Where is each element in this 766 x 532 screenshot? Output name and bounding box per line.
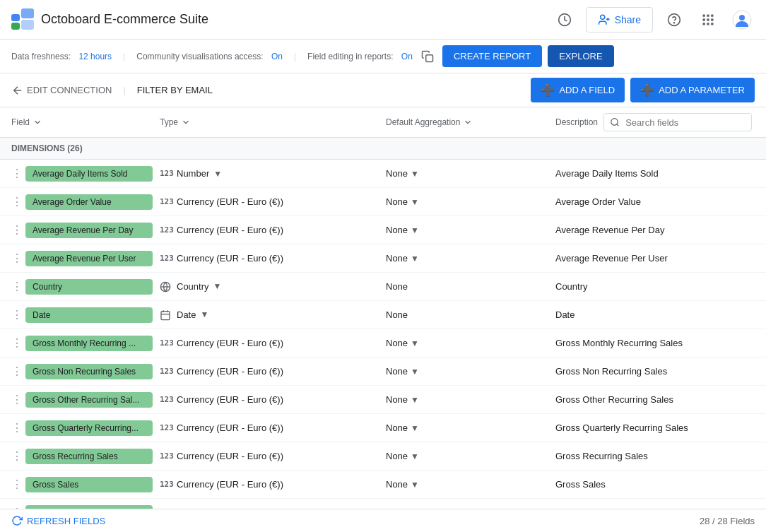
- desc-cell: Average Daily Items Sold: [555, 168, 755, 179]
- plus-icon2: ➕: [640, 83, 654, 97]
- refresh-button[interactable]: REFRESH FIELDS: [11, 515, 105, 526]
- drag-handle[interactable]: ⋮: [11, 393, 23, 406]
- svg-point-20: [739, 15, 745, 20]
- col-field-header[interactable]: Field: [11, 117, 160, 127]
- field-tag[interactable]: Average Order Value: [25, 194, 153, 210]
- number-type-icon: 123: [160, 395, 172, 404]
- svg-rect-15: [711, 18, 713, 20]
- type-label: Currency (EUR - Euro (€)): [177, 338, 283, 348]
- field-tag[interactable]: Gross Recurring Sales: [25, 449, 153, 464]
- table-row: ⋮ Gross Recurring Sales 123 Currency (EU…: [0, 442, 766, 471]
- history-button[interactable]: [552, 7, 577, 32]
- type-label: Currency (EUR - Euro (€)): [177, 366, 283, 377]
- agg-label: None: [386, 394, 408, 405]
- sort-icon3: [463, 117, 473, 127]
- drag-handle[interactable]: ⋮: [11, 365, 23, 378]
- type-label: Number: [177, 168, 209, 179]
- field-editing-value[interactable]: On: [401, 52, 413, 61]
- drag-handle[interactable]: ⋮: [11, 195, 23, 208]
- dimensions-header: DIMENSIONS (26): [0, 138, 766, 160]
- type-cell: 123 Currency (EUR - Euro (€)): [160, 225, 386, 235]
- drag-handle[interactable]: ⋮: [11, 167, 23, 180]
- col-agg-header[interactable]: Default Aggregation: [386, 117, 555, 127]
- apps-button[interactable]: [695, 7, 721, 32]
- search-input[interactable]: [625, 117, 746, 128]
- svg-point-5: [600, 15, 604, 19]
- desc-cell: Average Revenue Per Day: [555, 225, 755, 235]
- data-freshness: Data freshness: 12 hours: [11, 52, 112, 61]
- field-tag[interactable]: Date: [25, 307, 153, 323]
- back-button[interactable]: EDIT CONNECTION: [11, 84, 112, 97]
- explore-button[interactable]: EXPLORE: [548, 45, 613, 67]
- create-report-button[interactable]: CREATE REPORT: [442, 45, 542, 67]
- account-icon: [732, 10, 752, 30]
- field-cell: ⋮ Gross Recurring Sales: [11, 449, 160, 464]
- table-row: ⋮ Gross Sales 123 Currency (EUR - Euro (…: [0, 471, 766, 499]
- drag-handle[interactable]: ⋮: [11, 421, 23, 435]
- type-cell: 123 Currency (EUR - Euro (€)): [160, 366, 386, 377]
- field-tag[interactable]: Gross Sales: [25, 477, 153, 492]
- drag-handle[interactable]: ⋮: [11, 308, 23, 321]
- add-field-label: ADD A FIELD: [559, 85, 615, 95]
- share-button[interactable]: Share: [586, 7, 653, 32]
- agg-dropdown-arrow[interactable]: ▼: [411, 225, 419, 235]
- field-tag[interactable]: Gross Non Recurring Sales: [25, 364, 153, 379]
- add-field-button[interactable]: ➕ ADD A FIELD: [531, 78, 625, 102]
- field-tag[interactable]: Average Revenue Per Day: [25, 223, 153, 238]
- help-icon: [667, 13, 681, 27]
- field-tag[interactable]: Average Revenue Per User: [25, 251, 153, 266]
- drag-handle[interactable]: ⋮: [11, 223, 23, 237]
- field-cell: ⋮ Gross Other Recurring Sal...: [11, 392, 160, 408]
- svg-rect-21: [426, 54, 433, 61]
- table-row: ⋮ Gross Non Recurring Sales 123 Currency…: [0, 357, 766, 386]
- type-dropdown-arrow[interactable]: ▼: [213, 169, 222, 179]
- agg-dropdown-arrow[interactable]: ▼: [411, 451, 419, 461]
- drag-handle[interactable]: ⋮: [11, 280, 23, 293]
- drag-handle[interactable]: ⋮: [11, 252, 23, 265]
- type-cell: 123 Currency (EUR - Euro (€)): [160, 196, 386, 207]
- agg-dropdown-arrow[interactable]: ▼: [411, 423, 419, 433]
- account-button[interactable]: [729, 7, 755, 32]
- agg-label: None: [386, 366, 408, 377]
- field-tag[interactable]: Gross Monthly Recurring ...: [25, 336, 153, 351]
- agg-cell: None ▼: [386, 451, 555, 461]
- agg-cell: None ▼: [386, 253, 555, 264]
- desc-cell: Gross Non Recurring Sales: [555, 366, 755, 377]
- copy-icon[interactable]: [421, 50, 434, 63]
- desc-cell: Date: [555, 309, 755, 320]
- drag-handle[interactable]: ⋮: [11, 336, 23, 350]
- svg-rect-0: [11, 14, 20, 21]
- type-dropdown-arrow[interactable]: ▼: [213, 281, 222, 291]
- agg-dropdown-arrow[interactable]: ▼: [411, 169, 419, 179]
- type-dropdown-arrow[interactable]: ▼: [200, 309, 208, 319]
- agg-dropdown-arrow[interactable]: ▼: [411, 367, 419, 377]
- field-tag[interactable]: Gross Quarterly Recurring...: [25, 420, 153, 436]
- community-value[interactable]: On: [271, 52, 283, 61]
- agg-cell: None ▼: [386, 422, 555, 433]
- type-label: Currency (EUR - Euro (€)): [177, 253, 283, 264]
- field-cell: ⋮ Average Daily Items Sold: [11, 166, 160, 182]
- type-label: Currency (EUR - Euro (€)): [177, 225, 283, 235]
- top-bar: Octoboard E-commerce Suite Share: [0, 0, 766, 40]
- back-arrow-icon: [11, 84, 24, 97]
- add-parameter-button[interactable]: ➕ ADD A PARAMETER: [630, 78, 755, 102]
- field-tag[interactable]: Average Daily Items Sold: [25, 166, 153, 182]
- help-button[interactable]: [661, 7, 687, 32]
- field-tag[interactable]: Country: [25, 279, 153, 295]
- agg-dropdown-arrow[interactable]: ▼: [411, 197, 419, 207]
- agg-dropdown-arrow[interactable]: ▼: [411, 338, 419, 348]
- field-cell: ⋮ Gross Sales: [11, 477, 160, 492]
- drag-handle[interactable]: ⋮: [11, 449, 23, 463]
- agg-dropdown-arrow[interactable]: ▼: [411, 395, 419, 405]
- number-type-icon: 123: [160, 169, 172, 178]
- table-row: ⋮ Country Country ▼ None Country: [0, 273, 766, 301]
- field-tag[interactable]: Gross Other Recurring Sal...: [25, 392, 153, 408]
- table-row: ⋮ Average Revenue Per Day 123 Currency (…: [0, 216, 766, 244]
- col-type-header[interactable]: Type: [160, 117, 386, 127]
- svg-rect-10: [703, 14, 705, 16]
- filter-by-email-label[interactable]: FILTER BY EMAIL: [137, 85, 213, 95]
- agg-dropdown-arrow[interactable]: ▼: [411, 254, 419, 264]
- drag-handle[interactable]: ⋮: [11, 478, 23, 491]
- data-freshness-value[interactable]: 12 hours: [78, 52, 112, 61]
- agg-dropdown-arrow[interactable]: ▼: [411, 480, 419, 490]
